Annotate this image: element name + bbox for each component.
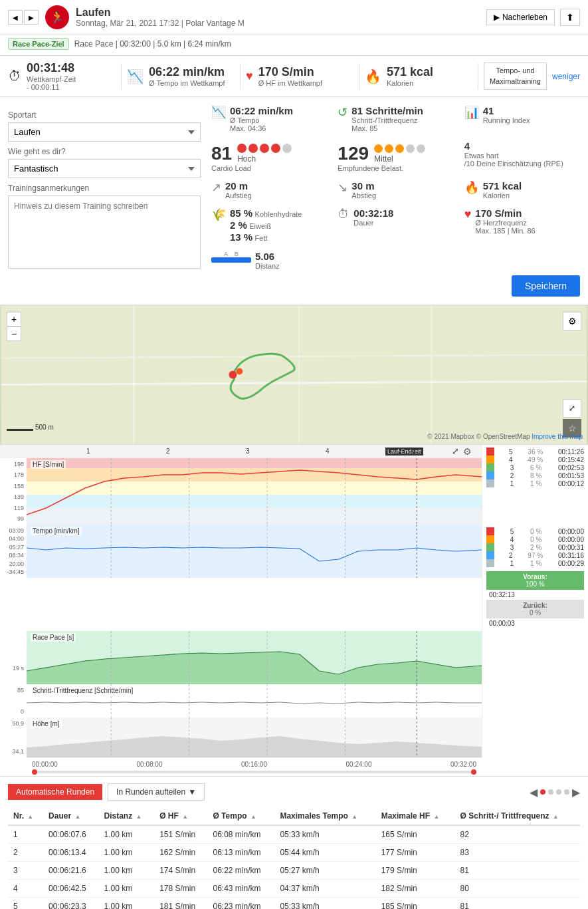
zoom-in-button[interactable]: + — [7, 312, 21, 326]
map-settings-control: ⚙ — [563, 312, 581, 330]
stat-divider-3 — [359, 63, 359, 90]
charts-section: 1 2 3 4 Lauf-Endzeit 5 ⚙ ⤢ 198 178 158 1… — [0, 445, 588, 777]
tempo-chart-area: 03:09 04:00 05:27 08:34 20:00 -34:45 Tem… — [0, 525, 588, 631]
progress-handle-left[interactable] — [32, 769, 37, 775]
metric-kcal-label: Kalorien — [483, 192, 522, 199]
notes-label: Trainingsanmerkungen — [8, 184, 201, 193]
rounds-table: Nr. ▲ Dauer ▲ Distanz ▲ Ø HF ▲ Ø Tempo ▲… — [8, 807, 580, 909]
tempo-zone-2: 2 97 % 00:31:16 — [486, 551, 584, 559]
aufteilen-tab[interactable]: In Runden aufteilen ▼ — [108, 783, 205, 801]
page-dot-1[interactable] — [540, 789, 545, 795]
sort-cadence[interactable]: ▲ — [553, 813, 559, 820]
cl-dot-2 — [248, 144, 258, 153]
pe-dot-5 — [417, 144, 425, 153]
stat-kcal: 🔥 571 kcal Kalorien — [365, 65, 472, 87]
scale-label: 500 m — [35, 424, 54, 431]
rounds-section: Automatische Runden In Runden aufteilen … — [0, 777, 588, 909]
sort-max-tempo[interactable]: ▲ — [351, 813, 357, 820]
km-3: 3 — [246, 448, 250, 455]
hf-chart-settings[interactable]: ⚙ — [459, 444, 475, 459]
hf-chart-canvas: HF [S/min] — [27, 458, 482, 525]
kcal-label: Kalorien — [387, 79, 433, 87]
sportart-select[interactable]: Laufen — [8, 122, 201, 142]
pe-dot-1 — [374, 144, 383, 153]
running-index-icon: 📊 — [464, 105, 479, 120]
cadence-chart-yaxis: 85 0 — [0, 684, 27, 717]
svg-rect-8 — [27, 458, 482, 468]
save-button[interactable]: Speichern — [512, 275, 580, 297]
kcal-value: 571 kcal — [387, 65, 433, 79]
hf-side-panel: 5 36 % 00:11:26 4 49 % 00:15:42 3 6 % 00… — [482, 445, 588, 525]
zone-color-1 — [486, 479, 494, 487]
page-next-button[interactable]: ▶ — [572, 786, 580, 799]
altitude-side-panel — [482, 717, 588, 757]
tempo-zone-color-1 — [486, 559, 494, 567]
sort-tempo[interactable]: ▲ — [250, 813, 256, 820]
progress-bar-container — [27, 771, 482, 776]
hf-zone-5: 5 36 % 00:11:26 — [486, 448, 584, 455]
km-markers-row: 1 2 3 4 Lauf-Endzeit 5 ⚙ ⤢ — [0, 445, 482, 458]
distance-bar-fill — [211, 257, 251, 263]
km-1: 1 — [86, 448, 90, 455]
table-header-row: Nr. ▲ Dauer ▲ Distanz ▲ Ø HF ▲ Ø Tempo ▲… — [8, 807, 580, 825]
metric-descent: ↘ 30 m Abstieg — [338, 180, 453, 199]
improve-map-link[interactable]: Improve this map — [532, 433, 583, 440]
metric-descent-val: 30 m — [351, 180, 376, 192]
duration-icon: ⏱ — [338, 207, 349, 221]
metric-ascent-val: 20 m — [225, 180, 252, 192]
map-svg — [0, 305, 588, 444]
share-button[interactable]: ⬆ — [560, 9, 580, 26]
nav-next-button[interactable]: ▶ — [24, 10, 39, 25]
cadence-chart-canvas: Schritt-/Trittfrequenz [Schritte/min] — [27, 684, 482, 717]
hr-label: Ø HF im Wettkampf — [258, 79, 322, 87]
cardio-load-number: 81 — [211, 143, 232, 164]
notes-textarea[interactable] — [8, 195, 201, 269]
sort-max-hf[interactable]: ▲ — [433, 813, 439, 820]
feeling-select[interactable]: Fantastisch — [8, 159, 201, 178]
nav-prev-button[interactable]: ◀ — [8, 10, 23, 25]
stat-hr: ♥ 170 S/min Ø HF im Wettkampf — [246, 65, 353, 87]
header-title-block: Laufen Sonntag, Mär 21, 2021 17:32 | Pol… — [76, 7, 245, 28]
svg-rect-10 — [27, 481, 482, 495]
auto-rounds-tab[interactable]: Automatische Runden — [8, 784, 102, 800]
weniger-link[interactable]: weniger — [552, 72, 580, 81]
progress-handle-right[interactable] — [471, 769, 476, 775]
page-prev-button[interactable]: ◀ — [530, 786, 538, 799]
metric-dist-label: Distanz — [255, 262, 280, 270]
map-expand-control: ⤢ — [563, 399, 581, 418]
map-expand-button[interactable]: ⤢ — [563, 399, 581, 418]
tempo-icon: 📉 — [127, 68, 144, 84]
right-panel: 📉 06:22 min/km Ø Tempo Max. 04:36 ↺ 81 S… — [211, 105, 580, 297]
metric-cardio-load: 81 Hoch Cardio Load — [211, 140, 327, 172]
page-dot-4[interactable] — [564, 789, 569, 795]
main-content: Sportart Laufen Wie geht es dir? Fantast… — [0, 97, 588, 305]
stat-tempo: 📉 06:22 min/km Ø Tempo im Wettkampf — [127, 65, 235, 87]
page-dot-2[interactable] — [548, 789, 553, 795]
hf-zone-1: 1 1 % 00:00:12 — [486, 479, 584, 487]
nacherleben-button[interactable]: ▶ Nacherleben — [486, 9, 555, 25]
km-5: 5 — [412, 448, 416, 455]
tempo-zone-3: 3 2 % 00:00:31 — [486, 543, 584, 551]
tempo-yaxis: 03:09 04:00 05:27 08:34 20:00 -34:45 — [0, 525, 27, 578]
sort-hf[interactable]: ▲ — [182, 813, 188, 820]
cardio-load-level: Hoch — [237, 154, 292, 164]
pe-dot-4 — [406, 144, 415, 153]
page-dot-3[interactable] — [556, 789, 561, 795]
stat-time-values: 00:31:48 Wettkampf-Zeit - 00:00:11 — [27, 61, 76, 91]
tl-24: 00:24:00 — [346, 761, 372, 768]
hf-chart-expand[interactable]: ⤢ — [452, 446, 459, 456]
map-settings-button[interactable]: ⚙ — [563, 312, 581, 330]
zuruck-box: Zurück: 0 % — [486, 600, 584, 618]
sort-dauer[interactable]: ▲ — [74, 813, 80, 820]
zoom-out-button[interactable]: − — [7, 326, 21, 341]
altitude-chart-canvas: Höhe [m] — [27, 717, 482, 757]
nutrition-carb-label: Kohlenhydrate — [255, 210, 302, 218]
tl-8: 00:08:00 — [137, 761, 163, 768]
progress-bar[interactable] — [32, 771, 476, 773]
sort-nr[interactable]: ▲ — [27, 813, 33, 820]
cl-dot-5 — [282, 144, 292, 153]
sort-distanz[interactable]: ▲ — [136, 813, 142, 820]
cardio-load-label: Cardio Load — [211, 164, 327, 172]
altitude-chart-label: Höhe [m] — [31, 719, 62, 728]
metric-duration: ⏱ 00:32:18 Dauer — [338, 207, 453, 243]
